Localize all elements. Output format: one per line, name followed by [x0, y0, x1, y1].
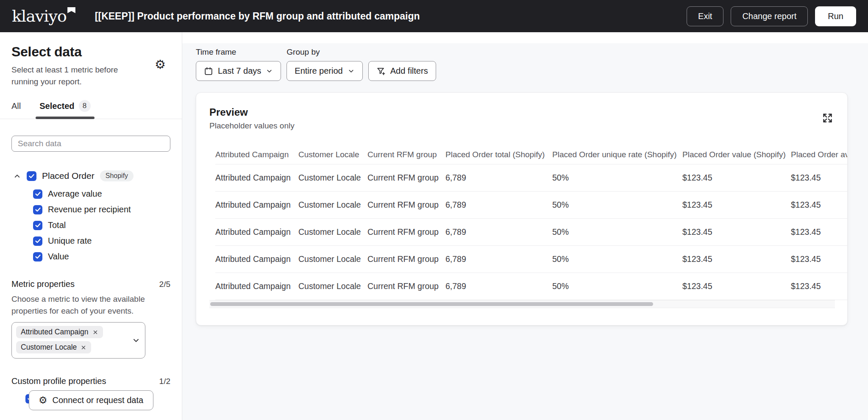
- tag-label: Attributed Campaign: [21, 328, 89, 337]
- table-cell: Customer Locale: [298, 281, 367, 291]
- top-bar: klaviyo [[KEEP]] Product performance by …: [0, 0, 868, 32]
- tab-all[interactable]: All: [11, 101, 21, 118]
- custom-profile-properties-count: 1/2: [159, 377, 170, 386]
- remove-tag-icon[interactable]: [81, 345, 86, 350]
- table-cell: 6,789: [445, 173, 552, 183]
- horizontal-scrollbar-thumb[interactable]: [210, 302, 653, 306]
- klaviyo-wordmark: klaviyo: [12, 8, 67, 24]
- time-frame-control: Time frame Last 7 days: [196, 47, 281, 81]
- report-builder-app: klaviyo [[KEEP]] Product performance by …: [0, 0, 868, 420]
- add-filters-label: Add filters: [390, 66, 428, 76]
- metric-label: Average value: [48, 189, 102, 199]
- table-cell: $123.45: [682, 227, 791, 237]
- table-cell: Attributed Campaign: [215, 227, 298, 237]
- metric-label: Value: [48, 252, 69, 261]
- column-header: Attributed Campaign: [215, 150, 298, 159]
- table-cell: $123.45: [682, 200, 791, 210]
- settings-gear-icon[interactable]: ⚙: [155, 58, 166, 71]
- table-cell: $123.45: [791, 200, 848, 210]
- table-cell: Attributed Campaign: [215, 281, 298, 291]
- metric-properties-count: 2/5: [159, 280, 170, 289]
- metric-checkbox[interactable]: [33, 236, 42, 246]
- table-cell: Customer Locale: [298, 173, 367, 183]
- klaviyo-logo: klaviyo: [12, 8, 75, 24]
- selected-count-badge: 8: [79, 100, 91, 112]
- table-cell: 50%: [552, 173, 682, 183]
- table-cell: Attributed Campaign: [215, 200, 298, 210]
- table-cell: 50%: [552, 254, 682, 264]
- main-top-strip: [182, 32, 868, 43]
- table-cell: 6,789: [445, 200, 552, 210]
- metric-item[interactable]: Value: [33, 252, 170, 261]
- selected-property-tag: Customer Locale: [16, 341, 91, 353]
- table-row: Attributed Campaign Customer Locale Curr…: [215, 273, 848, 300]
- metric-item[interactable]: Total: [33, 220, 170, 230]
- metric-list: Average value Revenue per recipient Tota…: [33, 189, 170, 261]
- time-frame-select[interactable]: Last 7 days: [196, 61, 281, 81]
- table-cell: 6,789: [445, 227, 552, 237]
- topbar-actions: Exit Change report Run: [687, 6, 856, 26]
- main-area: Time frame Last 7 days Group by Entire p…: [182, 32, 868, 420]
- table-row: Attributed Campaign Customer Locale Curr…: [215, 219, 848, 246]
- metric-checkbox[interactable]: [33, 252, 42, 261]
- metric-item[interactable]: Unique rate: [33, 236, 170, 246]
- add-filters-button[interactable]: Add filters: [368, 61, 436, 81]
- metric-group-row[interactable]: Placed Order Shopify: [11, 170, 170, 181]
- table-cell: Current RFM group: [367, 200, 445, 210]
- calendar-icon: [204, 67, 213, 76]
- table-cell: $123.45: [791, 173, 848, 183]
- exit-button[interactable]: Exit: [687, 6, 723, 26]
- column-header: Current RFM group: [367, 150, 445, 159]
- table-cell: 6,789: [445, 254, 552, 264]
- tab-selected-label: Selected: [39, 101, 74, 111]
- table-cell: $123.45: [682, 173, 791, 183]
- horizontal-scrollbar-track[interactable]: [209, 300, 835, 308]
- source-badge: Shopify: [100, 170, 134, 181]
- metric-properties-title: Metric properties: [11, 279, 75, 289]
- table-cell: $123.45: [682, 281, 791, 291]
- table-cell: Customer Locale: [298, 254, 367, 264]
- custom-profile-properties-title: Custom profile properties: [11, 376, 106, 386]
- report-controls: Time frame Last 7 days Group by Entire p…: [182, 43, 868, 81]
- report-title: [[KEEP]] Product performance by RFM grou…: [95, 11, 420, 22]
- connect-button-label: Connect or request data: [53, 395, 144, 405]
- table-cell: 50%: [552, 227, 682, 237]
- preview-card: Preview Placeholder values only Attribut…: [196, 92, 848, 325]
- metric-item[interactable]: Revenue per recipient: [33, 205, 170, 214]
- metric-checkbox[interactable]: [33, 205, 42, 214]
- metric-label: Total: [48, 220, 66, 230]
- table-cell: $123.45: [791, 281, 848, 291]
- metric-checkbox[interactable]: [33, 189, 42, 199]
- tab-selected[interactable]: Selected 8: [39, 100, 90, 119]
- data-tabs: All Selected 8: [0, 100, 182, 119]
- tab-all-label: All: [11, 101, 21, 111]
- table-header-row: Attributed Campaign Customer Locale Curr…: [215, 145, 848, 164]
- metric-label: Unique rate: [48, 236, 92, 246]
- table-row: Attributed Campaign Customer Locale Curr…: [215, 192, 848, 219]
- metric-checkbox[interactable]: [33, 221, 42, 230]
- time-frame-label: Time frame: [196, 47, 281, 57]
- chevron-up-icon[interactable]: [13, 172, 21, 180]
- select-data-sidebar: Select data ⚙ Select at least 1 metric b…: [0, 32, 182, 420]
- change-report-button[interactable]: Change report: [731, 6, 808, 26]
- column-header: Placed Order av: [791, 150, 848, 159]
- column-header: Customer Locale: [298, 150, 367, 159]
- placed-order-checkbox[interactable]: [27, 171, 36, 181]
- group-by-select[interactable]: Entire period: [287, 61, 362, 81]
- chevron-down-icon[interactable]: [132, 336, 140, 345]
- filter-funnel-icon: [376, 67, 386, 76]
- expand-icon[interactable]: [822, 112, 833, 124]
- gear-icon: ⚙: [39, 395, 47, 405]
- selected-property-tag: Attributed Campaign: [16, 326, 103, 338]
- table-cell: Current RFM group: [367, 281, 445, 291]
- connect-or-request-data-button[interactable]: ⚙ Connect or request data: [29, 390, 153, 410]
- search-data-input[interactable]: [11, 136, 170, 152]
- metric-properties-header: Metric properties 2/5: [11, 279, 170, 289]
- chevron-down-icon: [266, 67, 273, 75]
- metric-item[interactable]: Average value: [33, 189, 170, 199]
- run-button[interactable]: Run: [815, 6, 856, 26]
- metric-properties-select[interactable]: Attributed Campaign Customer Locale: [11, 322, 145, 359]
- table-cell: Customer Locale: [298, 200, 367, 210]
- preview-subtitle: Placeholder values only: [209, 121, 847, 131]
- remove-tag-icon[interactable]: [92, 329, 98, 335]
